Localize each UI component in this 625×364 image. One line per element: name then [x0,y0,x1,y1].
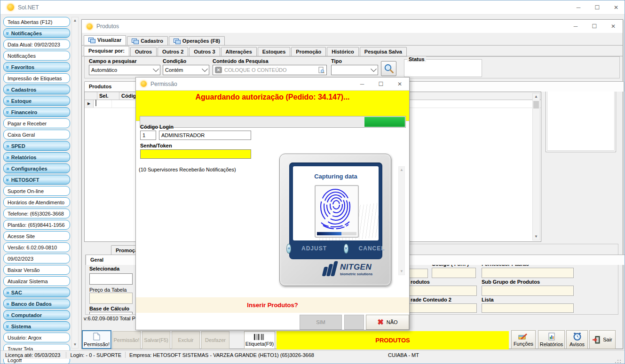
sidebar-header-estoque[interactable]: »Estoque [3,96,70,106]
desfazer-label: Desfazer [205,337,226,343]
sidebar-item-data-atual-09-02-2023[interactable]: Data Atual: 09/02/2023 [3,39,70,49]
condicao-combobox[interactable]: Contém [163,65,209,75]
adjust-label[interactable]: ADJUST [301,245,327,252]
sidebar-item-baixar-versao[interactable]: Baixar Versão [3,265,70,275]
campo-combobox[interactable]: Automático [89,65,160,75]
sidebar-item-suporte-on-line[interactable]: Suporte On-line [3,186,70,196]
fornecedor-input[interactable] [482,268,574,278]
sidebar-header-sped[interactable]: »SPED [3,141,70,151]
tab-outros-3[interactable]: Outros 3 [189,47,220,56]
sidebar-item-notificacoes[interactable]: Notificações [3,51,70,61]
grid-cell-sel[interactable] [94,100,112,108]
cancel-label[interactable]: CANCEL [359,245,385,252]
context-banner-text: PRODUTOS [375,337,410,344]
preco-tabela-input[interactable] [89,293,133,304]
produtos-close-button[interactable]: ✕ [604,23,623,30]
tab-historico[interactable]: Histórico [327,47,359,56]
grid-column-header-marker[interactable] [85,92,97,100]
scroll-thumb[interactable] [533,101,539,108]
tab-outros[interactable]: Outros [130,47,157,56]
dialog-sun-icon [141,81,147,87]
sidebar-item-acesse-site[interactable]: Acesse Site [3,231,70,241]
base-calculo-input[interactable] [89,312,133,315]
sidebar-header-financeiro[interactable]: »Financeiro [3,107,70,117]
etiqueta-button[interactable]: Etiqueta(F9) [244,331,275,349]
sidebar-header-favoritos[interactable]: »Favoritos [3,62,70,72]
tab-pesquisar-por[interactable]: Pesquisar por: [84,46,129,56]
codigo-input[interactable]: 1 [140,131,156,140]
exit-door-icon [593,336,601,344]
fingerprint-image [315,185,359,238]
resize-grip[interactable] [615,359,621,364]
sidebar-item-impressao-de-etiquetas[interactable]: Impressão de Etiquetas [3,73,70,83]
relatorios-button[interactable]: Relatórios [538,330,565,349]
sidebar-header-cadastros[interactable]: »Cadastros [3,85,70,94]
app-close-button[interactable]: ✕ [607,4,625,11]
tab-outros-2[interactable]: Outros 2 [158,47,188,56]
grid-column-header-sel[interactable]: Sel. [97,92,119,100]
sidebar-item-pagar-e-receber[interactable]: Pagar e Receber [3,118,70,128]
sidebar-item-plantao-65-98441-1956[interactable]: Plantão: (65)98441-1956 [3,220,70,230]
sidebar-item-atualizar-sistema[interactable]: Atualizar Sistema [3,276,70,286]
clear-icon[interactable]: ✕ [215,67,222,73]
nao-button[interactable]: ✖ NÃO [366,315,409,330]
avisos-button[interactable]: Avisos [566,330,588,349]
funcoes-button[interactable]: Funções [511,330,536,349]
tab-pesquisa-salva[interactable]: Pesquisa Salva [360,47,407,56]
sidebar-header-sistema[interactable]: »Sistema [3,321,70,331]
produtos-minimize-button[interactable]: ─ [566,23,585,30]
tab-estoques[interactable]: Estoques [258,47,291,56]
tab-promocao[interactable]: Promoção [291,47,326,56]
scroll-down-icon[interactable]: ▼ [533,233,539,240]
sidebar-scrollbar[interactable]: ▲ ▼ [71,17,79,349]
dialog-close-button[interactable]: ✕ [390,81,409,87]
base-calculo-label: Base de Cálculo [89,306,129,311]
subgrupo-input[interactable] [482,286,574,296]
sidebar-header-computador[interactable]: »Computador [3,310,70,320]
sidebar-item-caixa-geral[interactable]: Caixa Geral [3,130,70,139]
sidebar-header-notificacoes[interactable]: »Notificações [3,28,70,38]
scroll-down-icon[interactable]: ▼ [399,268,404,275]
sidebar-header-banco-de-dados[interactable]: »Banco de Dados [3,299,70,309]
search-doc-icon[interactable] [318,67,324,74]
tab-operacoes-f8[interactable]: Operações (F8) [169,36,225,45]
dialog-scrollbar[interactable]: ▲ ▼ [398,166,405,275]
dialog-maximize-button[interactable]: ☐ [372,81,390,87]
conteudo-input[interactable]: ✕ COLOQUE O CONTEÚDO [213,65,327,75]
sidebar-item-versao-6-02-09-0810[interactable]: Versão: 6.02.09-0810 [3,242,70,252]
sidebar-item-usuario-argox[interactable]: Usuário: Argox [3,333,70,342]
produtos-maximize-button[interactable]: ☐ [585,23,604,30]
sidebar-header-hetosoft[interactable]: »HETOSOFT [3,175,70,185]
scroll-up-icon[interactable]: ▲ [399,167,404,173]
scroll-up-icon[interactable]: ▲ [72,17,78,24]
dialog-minimize-button[interactable]: ─ [353,81,372,87]
sim-button: SIM [300,315,342,330]
scroll-up-icon[interactable]: ▲ [533,93,539,100]
tab-visualizar[interactable]: Visualizar [84,35,126,45]
grid-scrollbar[interactable]: ▲ ▼ [532,93,540,240]
sidebar-item-09-02-2023[interactable]: 09/02/2023 [3,254,70,263]
senha-token-input[interactable] [140,149,251,159]
tipo-combobox[interactable] [331,65,378,75]
sidebar-header-sac[interactable]: »SAC [3,287,70,297]
scroll-down-icon[interactable]: ▼ [72,341,78,348]
tab-alteracoes[interactable]: Alterações [221,47,257,56]
permissao-button[interactable]: Permissão! [82,330,111,349]
row-checkbox[interactable] [95,100,96,106]
app-maximize-button[interactable]: ☐ [588,4,607,11]
sair-button[interactable]: Sair [589,330,616,349]
adjust-icon[interactable]: ✳ [286,244,291,254]
sidebar-header-relatorios[interactable]: »Relatórios [3,152,70,162]
codigo-forn-input[interactable] [432,268,476,278]
search-button[interactable] [381,61,396,76]
tabela-preco-input[interactable] [89,273,133,285]
cancel-icon[interactable]: ✕ [344,244,348,254]
lista-input[interactable] [482,303,574,313]
app-minimize-button[interactable]: ─ [569,4,588,11]
sidebar-header-configuracoes[interactable]: »Configurações [3,163,70,173]
login-input[interactable]: ADMINISTRADOR [159,131,251,140]
sidebar-item-horarios-de-atendimento[interactable]: Horários de Atendimento [3,197,70,207]
tab-cadastro[interactable]: Cadastro [127,36,168,45]
sidebar-item-telefone-65-3026-3668[interactable]: Telefone: (65)3026-3668 [3,209,70,218]
sidebar-item-telas-abertas-f12[interactable]: Telas Abertas (F12) [3,17,70,27]
